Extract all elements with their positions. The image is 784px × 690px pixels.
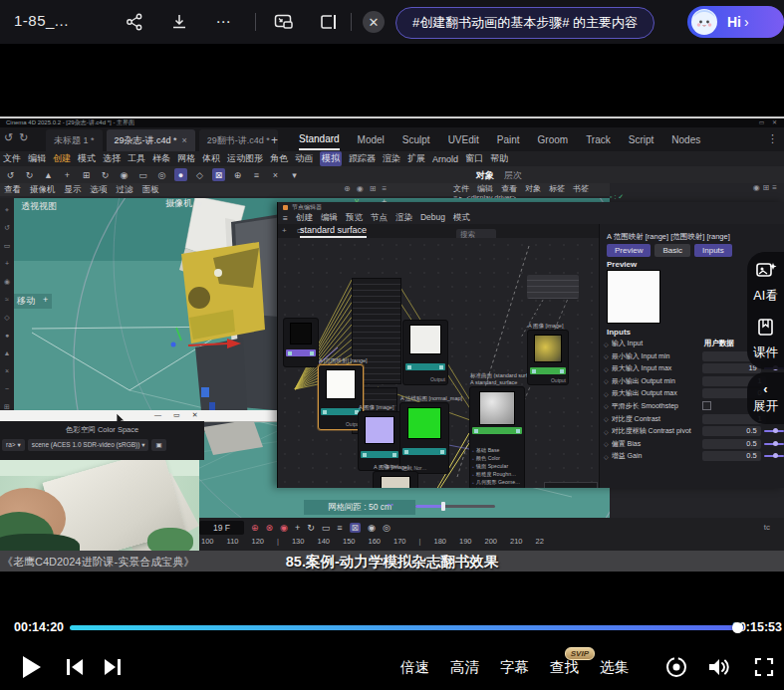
attribute-value[interactable]: 19 bbox=[702, 363, 761, 373]
move-icon[interactable]: + bbox=[61, 168, 74, 181]
simulate-icon[interactable]: ⊠ bbox=[212, 168, 225, 181]
attribute-value[interactable]: 0.5 bbox=[702, 426, 761, 436]
node-image-lavender[interactable]: A 图像 [image] Output bbox=[358, 411, 401, 471]
topic-pill[interactable]: #创建翻书动画的基本步骤# 的主要内容 bbox=[395, 7, 654, 39]
find-button[interactable]: 查找SVIP bbox=[550, 658, 579, 677]
render-view-icon[interactable]: ▭ bbox=[136, 168, 149, 181]
param-key-icon[interactable]: ≡ bbox=[337, 523, 342, 533]
attribute-tab-basic[interactable]: Basic bbox=[654, 244, 690, 257]
document-tab[interactable]: 29杂志-讲.c4d *× bbox=[107, 129, 195, 151]
port-icon[interactable]: ◇ bbox=[604, 352, 609, 359]
document-tab[interactable]: 未标题 1 * bbox=[46, 129, 103, 151]
viewport-menu-item[interactable]: 面板 bbox=[142, 184, 159, 196]
om-menu-item[interactable]: 文件 bbox=[453, 183, 469, 194]
c4d-menu-item[interactable]: 文件 bbox=[3, 152, 21, 165]
player-menu-button[interactable]: 选集 bbox=[600, 658, 629, 677]
c4d-menu-item[interactable]: 体积 bbox=[202, 152, 220, 165]
maximize-icon[interactable]: ▭ bbox=[173, 411, 192, 418]
node-editor-menu-item[interactable]: 渲染 bbox=[395, 212, 412, 224]
volume-icon[interactable] bbox=[706, 654, 732, 680]
environment-icon[interactable]: ◇ bbox=[193, 168, 206, 181]
snap-icon[interactable]: ≡ bbox=[250, 168, 263, 181]
object-manager-tab[interactable]: 对象 bbox=[476, 169, 494, 182]
port-icon[interactable]: ◇ bbox=[604, 440, 609, 447]
new-tab-button[interactable]: + bbox=[271, 133, 278, 147]
node-standard-surface[interactable]: 标准曲面 (standard surface) A standard_surfa… bbox=[469, 386, 525, 488]
more-options-icon[interactable]: ⋯ bbox=[212, 10, 236, 34]
port-icon[interactable]: ◇ bbox=[604, 402, 609, 409]
c4d-menu-item[interactable]: 跟踪器 bbox=[349, 152, 376, 165]
c4d-menu-item[interactable]: 编辑 bbox=[28, 152, 46, 165]
node-input-row[interactable]: ◦基础 Base bbox=[472, 447, 522, 454]
c4d-menu-item[interactable]: 工具 bbox=[128, 152, 145, 165]
node-input-row[interactable]: ◦法线 Normal bbox=[472, 487, 522, 488]
c4d-menu-item[interactable]: 动画 bbox=[295, 152, 313, 165]
value-slider[interactable] bbox=[764, 443, 784, 445]
c4d-menu-item[interactable]: 选择 bbox=[103, 152, 121, 165]
close-icon[interactable]: ✕ bbox=[363, 11, 385, 33]
color-space-dropdown[interactable]: scene (ACES 1.0 SDR-video (sRGB)) ▾ bbox=[28, 439, 149, 451]
c4d-menu-item[interactable]: 渲染 bbox=[383, 152, 400, 165]
attribute-tab-preview[interactable]: Preview bbox=[607, 244, 651, 257]
node-editor-menu-item[interactable]: 预览 bbox=[346, 212, 363, 224]
port-icon[interactable]: ◇ bbox=[604, 453, 609, 460]
layout-tab-groom[interactable]: Groom bbox=[538, 130, 569, 149]
c4d-menu-item[interactable]: 网格 bbox=[177, 152, 195, 165]
close-icon[interactable]: ✕ bbox=[192, 411, 210, 418]
value-slider[interactable] bbox=[764, 455, 784, 457]
port-icon[interactable]: ◇ bbox=[604, 365, 609, 372]
layout-tab-uvedit[interactable]: UVEdit bbox=[448, 130, 479, 149]
progress-bar[interactable] bbox=[70, 625, 744, 630]
player-menu-button[interactable]: 倍速 bbox=[400, 658, 429, 677]
c4d-menu-item[interactable]: 模式 bbox=[78, 152, 96, 165]
object-manager-icons[interactable]: ◉⊞≡ bbox=[753, 183, 780, 192]
record-screen-icon[interactable] bbox=[663, 654, 689, 680]
node-editor-menu-item[interactable]: 模式 bbox=[453, 212, 470, 224]
node-image-beige[interactable]: A 图像 [image] Output bbox=[373, 471, 418, 488]
ai-watch-icon[interactable] bbox=[755, 260, 777, 282]
dock-right-icon[interactable] bbox=[317, 10, 341, 34]
layout-tab-paint[interactable]: Paint bbox=[497, 130, 520, 149]
node-input-row[interactable]: ◦镜面 Specular bbox=[472, 463, 522, 470]
layout-tab-sculpt[interactable]: Sculpt bbox=[402, 130, 430, 149]
loop-icon[interactable]: ◎ bbox=[383, 523, 391, 533]
material-icon[interactable]: ● bbox=[174, 168, 187, 181]
select-icon[interactable]: ▲ bbox=[42, 168, 55, 181]
attribute-value[interactable]: 0.5 bbox=[702, 439, 761, 449]
picture-in-picture-icon[interactable] bbox=[272, 10, 296, 34]
player-menu-button[interactable]: 字幕 bbox=[500, 658, 529, 677]
c4d-menu-item[interactable]: 样条 bbox=[152, 152, 170, 165]
material-tab[interactable]: standard surface bbox=[300, 225, 367, 238]
om-menu-item[interactable]: 标签 bbox=[549, 183, 565, 194]
port-icon[interactable]: ◇ bbox=[604, 415, 609, 422]
previous-episode-button[interactable] bbox=[62, 654, 88, 680]
node-editor-menu-item[interactable]: 创建 bbox=[296, 212, 313, 224]
frame-ruler[interactable]: 100110120|130140150160170|18019020021022 bbox=[201, 537, 620, 546]
rotate-icon[interactable]: ↻ bbox=[99, 168, 112, 181]
c4d-menu-item[interactable]: 窗口 bbox=[465, 152, 483, 165]
node-editor-menu-item[interactable]: 节点 bbox=[371, 212, 388, 224]
more-layouts-icon[interactable]: ⋮ bbox=[767, 132, 778, 145]
layout-tab-script[interactable]: Script bbox=[629, 130, 654, 149]
share-icon[interactable] bbox=[123, 10, 146, 34]
layout-tab-model[interactable]: Model bbox=[358, 130, 385, 149]
port-icon[interactable]: ◇ bbox=[604, 390, 609, 397]
layout-tab-track[interactable]: Track bbox=[586, 130, 611, 149]
ai-assistant-button[interactable]: Hi › bbox=[687, 6, 784, 38]
ai-watch-label[interactable]: AI看 bbox=[753, 288, 777, 305]
viewport-toolbar-icons[interactable]: ⊕◉⊞≡ bbox=[344, 184, 392, 193]
undo-redo-icons[interactable]: ↺↻ bbox=[4, 131, 34, 144]
om-menu-item[interactable]: 编辑 bbox=[477, 183, 493, 194]
document-tab[interactable]: 29翻书-讲.c4d * bbox=[199, 129, 278, 151]
c4d-menu-item[interactable]: 创建 bbox=[53, 152, 71, 165]
timeline-settings-icon[interactable]: tc bbox=[764, 523, 770, 532]
courseware-icon[interactable] bbox=[755, 317, 777, 339]
display-slider[interactable] bbox=[415, 505, 495, 508]
node-editor-menu-item[interactable]: Debug bbox=[420, 212, 445, 224]
item-check-icon[interactable]: ▫ : ✓ bbox=[610, 193, 624, 201]
om-menu-item[interactable]: 对象 bbox=[525, 183, 541, 194]
attribute-value[interactable]: 0.5 bbox=[702, 451, 761, 461]
scale-icon[interactable]: ⊞ bbox=[80, 168, 93, 181]
sound-icon[interactable]: ◉ bbox=[368, 523, 376, 533]
lock-icon[interactable]: ▣ bbox=[151, 439, 165, 451]
